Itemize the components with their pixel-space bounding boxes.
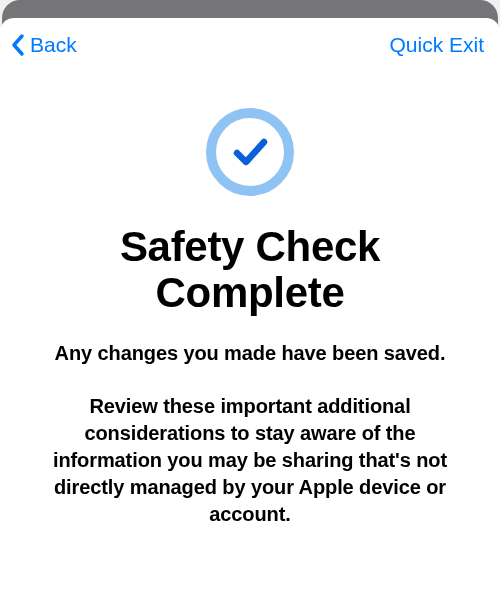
content: Safety Check Complete Any changes you ma…: [0, 70, 500, 528]
back-button[interactable]: Back: [10, 32, 77, 58]
page-title: Safety Check Complete: [20, 224, 480, 316]
chevron-left-icon: [10, 32, 27, 58]
body-text: Review these important additional consid…: [20, 393, 480, 528]
subtitle-text: Any changes you made have been saved.: [20, 340, 480, 367]
badge-ring-icon: [206, 108, 294, 196]
modal-sheet: Back Quick Exit Safety Check Complete An…: [0, 18, 500, 599]
quick-exit-label: Quick Exit: [389, 33, 484, 56]
nav-bar: Back Quick Exit: [0, 18, 500, 70]
checkmark-icon: [228, 130, 272, 174]
completion-badge: [206, 108, 294, 196]
back-label: Back: [30, 33, 77, 57]
quick-exit-button[interactable]: Quick Exit: [389, 33, 484, 57]
